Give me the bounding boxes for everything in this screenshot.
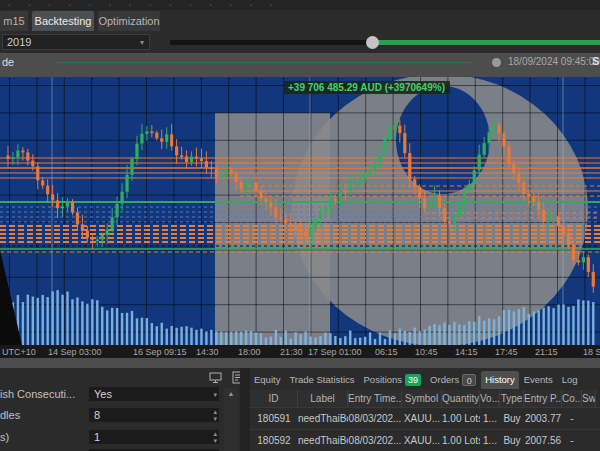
column-header[interactable]: Entry P.. <box>524 390 562 407</box>
tab-trade-statistics[interactable]: Trade Statistics <box>285 371 358 389</box>
slider-track-remaining[interactable] <box>373 40 600 45</box>
tab-positions[interactable]: Positions39 <box>360 371 426 389</box>
table-cell: 1.00 Lots <box>442 430 480 451</box>
param-row: Profit Yes <box>0 447 240 451</box>
tab-events[interactable]: Events <box>520 371 557 389</box>
column-header[interactable]: Entry Time... <box>348 390 402 407</box>
timeline-row: de 18/09/2024 09:45:00 S <box>0 53 600 77</box>
param-label: dles <box>0 409 20 421</box>
timeline-marker-dot[interactable] <box>492 58 501 67</box>
time-axis-label: 21:30 <box>280 347 303 357</box>
control-row: 2019 ▾ <box>0 31 600 53</box>
table-cell: 1... <box>480 430 500 451</box>
param-value: 8 <box>94 409 100 421</box>
candlestick-chart-canvas[interactable] <box>0 77 600 345</box>
divider-strip <box>0 358 600 368</box>
tab-log[interactable]: Log <box>558 371 582 389</box>
param-value: 1 <box>94 431 100 443</box>
spinner-arrows-icon: ▴▾ <box>213 408 217 422</box>
table-cell: 08/03/202... <box>348 430 402 451</box>
column-header[interactable]: Co... <box>562 390 582 407</box>
table-cell: XAUU... <box>402 408 442 429</box>
orders-count-badge: 0 <box>462 374 476 386</box>
tab-orders[interactable]: Orders0 <box>426 371 480 389</box>
timeline-suffix: S <box>592 55 599 67</box>
time-axis-label: 10:45 <box>415 347 438 357</box>
param-row: s) 1 ▴▾ <box>0 428 240 447</box>
results-tab-bar: Equity Trade Statistics Positions39 Orde… <box>250 370 600 389</box>
timeline-label: de <box>2 56 14 68</box>
param-value-stepper[interactable]: 8 ▴▾ <box>88 407 220 423</box>
panel-divider <box>240 368 250 451</box>
tab-m15[interactable]: m15 <box>0 11 28 31</box>
column-header[interactable]: Quantity <box>442 390 480 407</box>
table-cell: 180592 <box>250 430 298 451</box>
table-cell: 2003.77 <box>524 408 562 429</box>
tab-bar: m15 Backtesting Optimization <box>0 10 600 31</box>
tab-optimization[interactable]: Optimization <box>98 11 160 31</box>
param-label: ish Consecuti... <box>0 388 75 400</box>
column-header[interactable]: Type <box>500 390 524 407</box>
column-header[interactable]: Label <box>298 390 348 407</box>
column-header[interactable]: Vo... <box>480 390 500 407</box>
table-cell: needThaiBot <box>298 408 348 429</box>
column-header[interactable]: Sw <box>582 390 596 407</box>
year-dropdown[interactable]: 2019 ▾ <box>2 34 150 50</box>
table-cell: - <box>562 430 582 451</box>
time-axis-label: 18 Se <box>583 347 600 357</box>
table-cell: Buy <box>500 430 524 451</box>
params-scrollbar[interactable]: ▲ <box>224 388 238 451</box>
table-cell: XAUU... <box>402 430 442 451</box>
table-cell: 2007.56 <box>524 430 562 451</box>
spinner-arrows-icon: ▴▾ <box>213 430 217 444</box>
time-axis-label: 14:15 <box>455 347 478 357</box>
table-cell: Buy <box>500 408 524 429</box>
history-table: IDLabelEntry Time...SymbolQuantityVo...T… <box>250 390 600 451</box>
time-axis: UTC+1014 Sep 03:0016 Sep 09:1514:3018:00… <box>0 345 600 358</box>
param-value-stepper[interactable]: 1 ▴▾ <box>88 429 220 445</box>
slider-track-elapsed[interactable] <box>170 40 373 45</box>
chevron-down-icon: ▾ <box>213 391 217 398</box>
results-panel: Equity Trade Statistics Positions39 Orde… <box>250 368 600 451</box>
table-cell: 1... <box>480 408 500 429</box>
time-axis-label: 16 Sep 09:15 <box>133 347 187 357</box>
time-axis-label: 06:15 <box>375 347 398 357</box>
bottom-panel: ish Consecuti... Yes ▾ dles 8 ▴▾ s) 1 ▴▾… <box>0 368 600 451</box>
tab-backtesting[interactable]: Backtesting <box>32 11 94 31</box>
chevron-down-icon: ▾ <box>140 36 144 50</box>
column-header[interactable]: Symbol <box>402 390 442 407</box>
timeline-progress-line <box>55 62 473 63</box>
param-row: dles 8 ▴▾ <box>0 406 240 425</box>
time-axis-label: 21:15 <box>535 347 558 357</box>
time-axis-label: 17:45 <box>495 347 518 357</box>
table-cell: 180591 <box>250 408 298 429</box>
param-row: ish Consecuti... Yes ▾ <box>0 385 240 404</box>
tab-history[interactable]: History <box>481 371 519 389</box>
table-cell <box>582 430 596 451</box>
strategy-params-panel: ish Consecuti... Yes ▾ dles 8 ▴▾ s) 1 ▴▾… <box>0 368 240 451</box>
table-cell <box>582 408 596 429</box>
param-value: Yes <box>94 388 112 400</box>
time-axis-label: 14 Sep 03:00 <box>48 347 102 357</box>
column-header[interactable]: ID <box>250 390 298 407</box>
price-chart[interactable]: +39 706 485.29 AUD (+3970649%) <box>0 77 600 345</box>
time-axis-label: UTC+10 <box>2 347 36 357</box>
top-toolbar: ▪▪▪▪▪▪▪▪▪▪▪▪▪▪ <box>0 0 600 10</box>
table-row[interactable]: 180591needThaiBot08/03/202...XAUU...1.00… <box>250 407 600 429</box>
time-axis-label: 14:30 <box>196 347 219 357</box>
param-label: s) <box>0 431 9 443</box>
scroll-up-icon[interactable]: ▲ <box>224 390 238 397</box>
slider-handle[interactable] <box>366 36 379 49</box>
param-value-dropdown[interactable]: Yes ▾ <box>88 386 220 402</box>
table-cell: - <box>562 408 582 429</box>
table-cell: 1.00 Lots <box>442 408 480 429</box>
timeline-timestamp: 18/09/2024 09:45:00 <box>508 56 600 67</box>
positions-count-badge: 39 <box>405 374 421 386</box>
tab-equity[interactable]: Equity <box>250 371 284 389</box>
time-axis-label: 18:00 <box>238 347 261 357</box>
table-cell: 08/03/202... <box>348 408 402 429</box>
profit-tooltip: +39 706 485.29 AUD (+3970649%) <box>283 81 450 94</box>
year-dropdown-value: 2019 <box>7 36 31 48</box>
table-row[interactable]: 180592needThaiBot08/03/202...XAUU...1.00… <box>250 429 600 451</box>
time-axis-label: 17 Sep 01:00 <box>308 347 362 357</box>
